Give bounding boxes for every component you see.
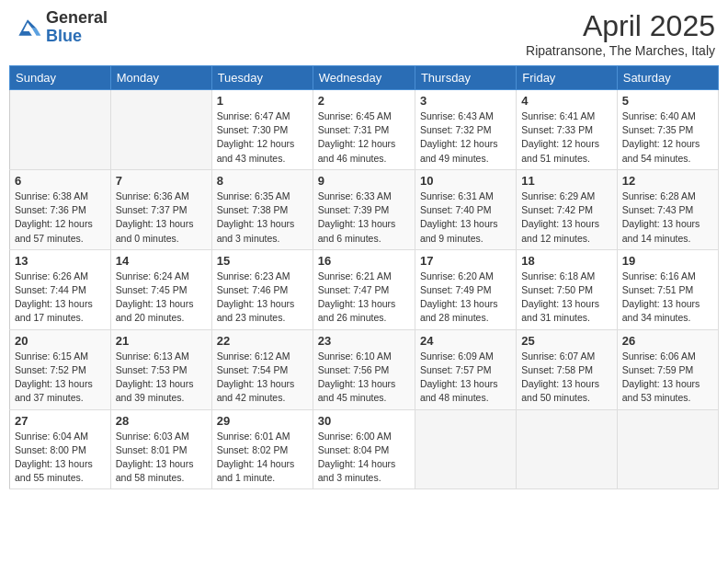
calendar-cell: 10Sunrise: 6:31 AM Sunset: 7:40 PM Dayli… bbox=[415, 169, 516, 249]
calendar-cell: 4Sunrise: 6:41 AM Sunset: 7:33 PM Daylig… bbox=[517, 90, 617, 170]
svg-marker-1 bbox=[32, 29, 41, 36]
day-number: 11 bbox=[521, 174, 611, 188]
day-info: Sunrise: 6:33 AM Sunset: 7:39 PM Dayligh… bbox=[318, 190, 410, 246]
calendar-day-header: Wednesday bbox=[313, 66, 415, 90]
day-number: 28 bbox=[116, 414, 207, 428]
day-number: 23 bbox=[318, 334, 410, 348]
calendar-week-row: 1Sunrise: 6:47 AM Sunset: 7:30 PM Daylig… bbox=[10, 90, 719, 170]
day-number: 10 bbox=[420, 174, 511, 188]
svg-marker-0 bbox=[18, 19, 36, 36]
calendar: SundayMondayTuesdayWednesdayThursdayFrid… bbox=[9, 65, 719, 489]
calendar-cell: 24Sunrise: 6:09 AM Sunset: 7:57 PM Dayli… bbox=[415, 329, 516, 409]
day-info: Sunrise: 6:41 AM Sunset: 7:33 PM Dayligh… bbox=[521, 109, 611, 166]
day-info: Sunrise: 6:10 AM Sunset: 7:56 PM Dayligh… bbox=[318, 350, 410, 406]
day-number: 19 bbox=[622, 254, 713, 268]
day-info: Sunrise: 6:01 AM Sunset: 8:02 PM Dayligh… bbox=[217, 430, 308, 486]
calendar-cell bbox=[415, 409, 516, 489]
day-info: Sunrise: 6:29 AM Sunset: 7:42 PM Dayligh… bbox=[521, 190, 611, 246]
calendar-cell: 1Sunrise: 6:47 AM Sunset: 7:30 PM Daylig… bbox=[211, 90, 313, 170]
day-info: Sunrise: 6:24 AM Sunset: 7:45 PM Dayligh… bbox=[116, 270, 207, 326]
day-number: 16 bbox=[318, 254, 410, 268]
day-info: Sunrise: 6:31 AM Sunset: 7:40 PM Dayligh… bbox=[420, 190, 511, 246]
calendar-cell: 29Sunrise: 6:01 AM Sunset: 8:02 PM Dayli… bbox=[211, 409, 313, 489]
calendar-day-header: Sunday bbox=[10, 66, 111, 90]
day-number: 21 bbox=[116, 334, 207, 348]
day-number: 12 bbox=[622, 174, 713, 188]
title-section: April 2025 Ripatransone, The Marches, It… bbox=[526, 9, 715, 58]
calendar-cell bbox=[110, 90, 211, 170]
day-number: 13 bbox=[15, 254, 106, 268]
calendar-week-row: 6Sunrise: 6:38 AM Sunset: 7:36 PM Daylig… bbox=[10, 169, 719, 249]
logo-blue: Blue bbox=[46, 28, 108, 46]
page-header: General Blue April 2025 Ripatransone, Th… bbox=[9, 9, 719, 58]
calendar-cell: 23Sunrise: 6:10 AM Sunset: 7:56 PM Dayli… bbox=[313, 329, 415, 409]
calendar-cell: 2Sunrise: 6:45 AM Sunset: 7:31 PM Daylig… bbox=[313, 90, 415, 170]
day-info: Sunrise: 6:16 AM Sunset: 7:51 PM Dayligh… bbox=[622, 270, 713, 326]
calendar-cell: 26Sunrise: 6:06 AM Sunset: 7:59 PM Dayli… bbox=[617, 329, 718, 409]
calendar-cell: 13Sunrise: 6:26 AM Sunset: 7:44 PM Dayli… bbox=[10, 249, 111, 329]
logo-text: General Blue bbox=[46, 9, 108, 46]
day-info: Sunrise: 6:07 AM Sunset: 7:58 PM Dayligh… bbox=[521, 350, 611, 406]
day-number: 4 bbox=[521, 94, 611, 108]
calendar-cell: 9Sunrise: 6:33 AM Sunset: 7:39 PM Daylig… bbox=[313, 169, 415, 249]
calendar-day-header: Saturday bbox=[617, 66, 718, 90]
day-number: 18 bbox=[521, 254, 611, 268]
day-number: 15 bbox=[217, 254, 308, 268]
day-info: Sunrise: 6:00 AM Sunset: 8:04 PM Dayligh… bbox=[318, 430, 410, 486]
calendar-week-row: 27Sunrise: 6:04 AM Sunset: 8:00 PM Dayli… bbox=[10, 409, 719, 489]
month-title: April 2025 bbox=[526, 9, 715, 43]
day-info: Sunrise: 6:40 AM Sunset: 7:35 PM Dayligh… bbox=[622, 109, 713, 166]
calendar-day-header: Friday bbox=[517, 66, 617, 90]
calendar-day-header: Thursday bbox=[415, 66, 516, 90]
day-info: Sunrise: 6:43 AM Sunset: 7:32 PM Dayligh… bbox=[420, 109, 511, 166]
day-info: Sunrise: 6:12 AM Sunset: 7:54 PM Dayligh… bbox=[217, 350, 308, 406]
logo-icon bbox=[13, 15, 42, 40]
calendar-cell: 6Sunrise: 6:38 AM Sunset: 7:36 PM Daylig… bbox=[10, 169, 111, 249]
day-info: Sunrise: 6:35 AM Sunset: 7:38 PM Dayligh… bbox=[217, 190, 308, 246]
calendar-cell: 20Sunrise: 6:15 AM Sunset: 7:52 PM Dayli… bbox=[10, 329, 111, 409]
day-number: 7 bbox=[116, 174, 207, 188]
day-number: 3 bbox=[420, 94, 511, 108]
day-info: Sunrise: 6:26 AM Sunset: 7:44 PM Dayligh… bbox=[15, 270, 106, 326]
calendar-cell: 28Sunrise: 6:03 AM Sunset: 8:01 PM Dayli… bbox=[110, 409, 211, 489]
day-info: Sunrise: 6:15 AM Sunset: 7:52 PM Dayligh… bbox=[15, 350, 106, 406]
calendar-cell bbox=[517, 409, 617, 489]
calendar-cell: 12Sunrise: 6:28 AM Sunset: 7:43 PM Dayli… bbox=[617, 169, 718, 249]
day-info: Sunrise: 6:09 AM Sunset: 7:57 PM Dayligh… bbox=[420, 350, 511, 406]
calendar-week-row: 13Sunrise: 6:26 AM Sunset: 7:44 PM Dayli… bbox=[10, 249, 719, 329]
calendar-cell: 7Sunrise: 6:36 AM Sunset: 7:37 PM Daylig… bbox=[110, 169, 211, 249]
calendar-week-row: 20Sunrise: 6:15 AM Sunset: 7:52 PM Dayli… bbox=[10, 329, 719, 409]
day-info: Sunrise: 6:13 AM Sunset: 7:53 PM Dayligh… bbox=[116, 350, 207, 406]
day-info: Sunrise: 6:06 AM Sunset: 7:59 PM Dayligh… bbox=[622, 350, 713, 406]
day-number: 14 bbox=[116, 254, 207, 268]
calendar-cell: 19Sunrise: 6:16 AM Sunset: 7:51 PM Dayli… bbox=[617, 249, 718, 329]
calendar-cell: 16Sunrise: 6:21 AM Sunset: 7:47 PM Dayli… bbox=[313, 249, 415, 329]
day-info: Sunrise: 6:23 AM Sunset: 7:46 PM Dayligh… bbox=[217, 270, 308, 326]
calendar-cell: 15Sunrise: 6:23 AM Sunset: 7:46 PM Dayli… bbox=[211, 249, 313, 329]
calendar-cell: 17Sunrise: 6:20 AM Sunset: 7:49 PM Dayli… bbox=[415, 249, 516, 329]
calendar-cell: 5Sunrise: 6:40 AM Sunset: 7:35 PM Daylig… bbox=[617, 90, 718, 170]
logo-general: General bbox=[46, 9, 108, 28]
day-number: 29 bbox=[217, 414, 308, 428]
logo: General Blue bbox=[13, 9, 108, 46]
calendar-cell bbox=[10, 90, 111, 170]
day-number: 8 bbox=[217, 174, 308, 188]
calendar-cell: 27Sunrise: 6:04 AM Sunset: 8:00 PM Dayli… bbox=[10, 409, 111, 489]
day-info: Sunrise: 6:18 AM Sunset: 7:50 PM Dayligh… bbox=[521, 270, 611, 326]
day-number: 17 bbox=[420, 254, 511, 268]
calendar-header-row: SundayMondayTuesdayWednesdayThursdayFrid… bbox=[10, 66, 719, 90]
day-info: Sunrise: 6:45 AM Sunset: 7:31 PM Dayligh… bbox=[318, 109, 410, 166]
calendar-cell: 22Sunrise: 6:12 AM Sunset: 7:54 PM Dayli… bbox=[211, 329, 313, 409]
day-number: 5 bbox=[622, 94, 713, 108]
calendar-cell: 21Sunrise: 6:13 AM Sunset: 7:53 PM Dayli… bbox=[110, 329, 211, 409]
day-info: Sunrise: 6:38 AM Sunset: 7:36 PM Dayligh… bbox=[15, 190, 106, 246]
calendar-cell: 25Sunrise: 6:07 AM Sunset: 7:58 PM Dayli… bbox=[517, 329, 617, 409]
day-number: 2 bbox=[318, 94, 410, 108]
day-number: 20 bbox=[15, 334, 106, 348]
day-info: Sunrise: 6:28 AM Sunset: 7:43 PM Dayligh… bbox=[622, 190, 713, 246]
day-number: 30 bbox=[318, 414, 410, 428]
day-number: 22 bbox=[217, 334, 308, 348]
day-number: 24 bbox=[420, 334, 511, 348]
day-number: 6 bbox=[15, 174, 106, 188]
calendar-cell: 3Sunrise: 6:43 AM Sunset: 7:32 PM Daylig… bbox=[415, 90, 516, 170]
